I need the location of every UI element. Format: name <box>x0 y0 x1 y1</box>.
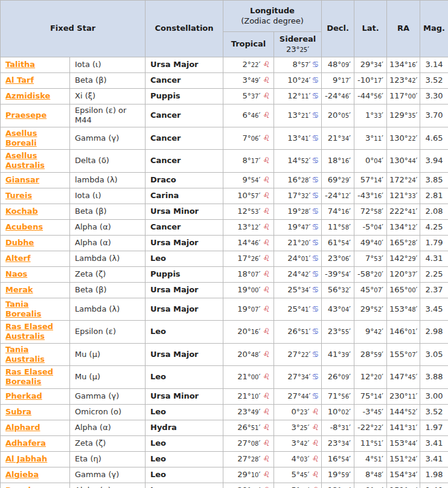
star-link[interactable]: Adhafera <box>5 438 46 448</box>
decl-cell: 23°34′ <box>322 435 354 451</box>
sidereal-cell: 10°24′♋ <box>274 73 322 89</box>
star-link[interactable]: Naos <box>5 269 27 278</box>
tropical-cell: 17°26′♌ <box>223 251 274 266</box>
ra-cell: 151°24′ <box>387 451 420 467</box>
longitude-title: Longitude <box>225 6 319 16</box>
ra-cell: 153°44′ <box>387 435 420 451</box>
constellation-cell: Draco <box>146 172 223 188</box>
greek-letter-cell: Delta (δ) <box>70 150 146 173</box>
star-name-cell: Azmidiske <box>1 89 70 104</box>
leo-sign-icon: ♌ <box>263 207 270 216</box>
leo-sign-icon: ♌ <box>263 269 270 278</box>
tropical-cell: 5°37′♌ <box>223 89 274 104</box>
ra-cell: 129°35′ <box>387 104 420 127</box>
leo-sign-icon: ♌ <box>263 327 270 336</box>
greek-letter-cell: Beta (β) <box>70 282 146 298</box>
star-link[interactable]: Al Tarf <box>5 75 34 85</box>
star-link[interactable]: Azmidiske <box>5 91 50 100</box>
ra-cell: 141°31′ <box>387 420 420 435</box>
leo-sign-icon: ♌ <box>312 438 319 448</box>
cancer-sign-icon: ♋ <box>312 372 319 381</box>
ra-cell: 147°45′ <box>387 366 420 389</box>
table-row: Al Jabhah Eta (η) Leo 27°28′♌ 4°03′♌ 16°… <box>1 451 448 467</box>
decl-cell: 10°02′ <box>322 404 354 420</box>
star-name-cell: Al Tarf <box>1 73 70 89</box>
lat-cell: 45°07′ <box>354 282 387 298</box>
star-link[interactable]: Praesepe <box>5 111 46 120</box>
ra-cell: 151°41′ <box>387 483 420 488</box>
ra-cell: 155°07′ <box>387 343 420 366</box>
star-name-cell: Ras Elased Borealis <box>1 366 70 389</box>
star-link[interactable]: Subra <box>5 407 31 416</box>
star-link[interactable]: Giansar <box>5 175 39 184</box>
tropical-cell: 18°07′♌ <box>223 266 274 282</box>
star-link[interactable]: Merak <box>5 285 33 294</box>
ra-cell: 222°41′ <box>387 204 420 219</box>
lat-cell: 0°27′ <box>354 483 387 488</box>
star-link[interactable]: Asellus Australis <box>5 151 45 170</box>
star-link[interactable]: Kochab <box>5 207 38 216</box>
star-link[interactable]: Tureis <box>5 191 32 200</box>
cancer-sign-icon: ♋ <box>312 222 319 231</box>
lat-cell: -44°56′ <box>354 89 387 104</box>
decl-cell: 18°16′ <box>322 150 354 173</box>
decl-cell: 74°16′ <box>322 204 354 219</box>
ra-cell: 146°01′ <box>387 321 420 344</box>
ra-cell: 142°29′ <box>387 251 420 266</box>
sidereal-cell: 3°25′♌ <box>274 420 322 435</box>
leo-sign-icon: ♌ <box>312 470 319 479</box>
leo-sign-icon: ♌ <box>312 407 319 416</box>
greek-letter-cell: Beta (β) <box>70 73 146 89</box>
sidereal-cell: 19°47′♋ <box>274 219 322 235</box>
ra-cell: 130°22′ <box>387 127 420 150</box>
tropical-cell: 20°16′♌ <box>223 321 274 344</box>
tropical-cell: 29°24′♌ <box>223 483 274 488</box>
col-header-mag: Mag. <box>420 1 448 57</box>
col-header-constellation: Constellation <box>146 1 223 57</box>
decl-cell: 20°05′ <box>322 104 354 127</box>
star-link[interactable]: Algieba <box>5 470 39 479</box>
greek-letter-cell: Alpha (α) <box>70 235 146 251</box>
greek-letter-cell: Iota (ι) <box>70 57 146 73</box>
constellation-cell: Leo <box>146 404 223 420</box>
tropical-cell: 8°17′♌ <box>223 150 274 173</box>
mag-cell: 2.08 <box>420 204 448 219</box>
table-row: Al Tarf Beta (β) Cancer 3°49′♌ 10°24′♋ 9… <box>1 73 448 89</box>
star-link[interactable]: Dubhe <box>5 238 34 247</box>
mag-cell: 4.31 <box>420 251 448 266</box>
star-link[interactable]: Tania Borealis <box>5 300 42 318</box>
star-link[interactable]: Ras Elased Borealis <box>5 367 53 386</box>
star-link[interactable]: Alterf <box>5 254 31 263</box>
mag-cell: 3.14 <box>420 57 448 73</box>
star-name-cell: Praesepe <box>1 104 70 127</box>
constellation-cell: Ursa Major <box>146 282 223 298</box>
leo-sign-icon: ♌ <box>263 470 270 479</box>
lat-cell: 9°42′ <box>354 321 387 344</box>
greek-letter-cell: Zeta (ζ) <box>70 266 146 282</box>
decl-cell: 19°59′ <box>322 467 354 483</box>
star-name-cell: Talitha <box>1 57 70 73</box>
decl-cell: 61°54′ <box>322 235 354 251</box>
star-link[interactable]: Al Jabhah <box>5 454 47 463</box>
table-row: Asellus Australis Delta (δ) Cancer 8°17′… <box>1 150 448 173</box>
constellation-cell: Carina <box>146 188 223 204</box>
star-link[interactable]: Pherkad <box>5 391 42 400</box>
star-name-cell: Alphard <box>1 420 70 435</box>
star-name-cell: Dubhe <box>1 235 70 251</box>
lat-cell: 1°33′ <box>354 104 387 127</box>
tropical-cell: 13°12′♌ <box>223 219 274 235</box>
mag-cell: 3.45 <box>420 298 448 321</box>
mag-cell: 2.98 <box>420 321 448 344</box>
star-link[interactable]: Ras Elased Australis <box>5 322 53 341</box>
sidereal-cell: 13°41′♋ <box>274 127 322 150</box>
greek-letter-cell: Gamma (γ) <box>70 127 146 150</box>
star-link[interactable]: Alphard <box>5 423 40 432</box>
ra-cell: 134°12′ <box>387 219 420 235</box>
star-link[interactable]: Regulus <box>5 486 41 488</box>
star-link[interactable]: Acubens <box>5 222 43 231</box>
star-link[interactable]: Tania Australis <box>5 345 45 364</box>
star-name-cell: Pherkad <box>1 388 70 404</box>
star-link[interactable]: Asellus Boreali <box>5 129 37 147</box>
cancer-sign-icon: ♋ <box>312 133 319 143</box>
star-link[interactable]: Talitha <box>5 60 35 69</box>
